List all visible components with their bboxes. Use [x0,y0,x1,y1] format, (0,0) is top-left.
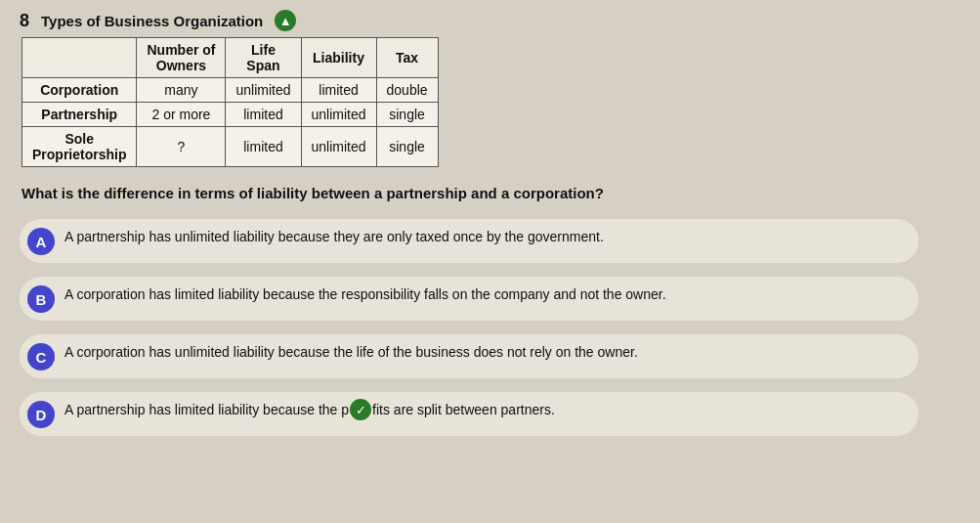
col-header-lifespan: LifeSpan [226,38,301,78]
row-owners-partnership: 2 or more [137,103,226,127]
answer-option-d[interactable]: D A partnership has limited liability be… [20,392,918,436]
option-text-c: A corporation has unlimited liability be… [64,342,638,363]
header-row: 8 Types of Business Organization ▲ [20,10,960,31]
col-header-owners: Number ofOwners [137,38,226,78]
question-text: What is the difference in terms of liabi… [21,185,960,201]
row-lifespan-sole: limited [226,127,301,167]
option-text-a: A partnership has unlimited liability be… [64,227,604,247]
answer-option-a[interactable]: A A partnership has unlimited liability … [20,219,918,263]
up-arrow-icon: ▲ [275,10,296,31]
page-container: 8 Types of Business Organization ▲ Numbe… [0,0,980,459]
table-row: Partnership 2 or more limited unlimited … [22,103,439,127]
checkmark-icon: ✓ [350,399,371,420]
badge-a: A [27,228,55,255]
row-lifespan-partnership: limited [226,103,301,127]
row-tax-partnership: single [376,103,438,127]
option-text-b: A corporation has limited liability beca… [64,284,666,305]
badge-b: B [27,285,55,313]
answer-option-b[interactable]: B A corporation has limited liability be… [20,277,918,321]
row-lifespan-corporation: unlimited [226,78,301,103]
answer-option-c[interactable]: C A corporation has unlimited liability … [20,334,918,378]
row-type-sole: SoleProprietorship [22,127,137,167]
row-liability-partnership: unlimited [301,103,376,127]
question-number: 8 [20,11,29,31]
col-header-tax: Tax [376,38,438,78]
org-table: Number ofOwners LifeSpan Liability Tax C… [21,37,439,167]
row-tax-corporation: double [376,78,438,103]
row-owners-sole: ? [137,127,226,167]
row-liability-sole: unlimited [301,127,376,167]
badge-c: C [27,343,55,370]
table-row: Corporation many unlimited limited doubl… [22,78,439,103]
page-title: Types of Business Organization [41,13,263,29]
col-header-liability: Liability [301,38,376,78]
option-text-d: A partnership has limited liability beca… [64,400,555,421]
row-type-corporation: Corporation [22,78,137,103]
row-type-partnership: Partnership [22,103,137,127]
col-header-type [22,38,137,78]
row-liability-corporation: limited [301,78,376,103]
table-row: SoleProprietorship ? limited unlimited s… [22,127,439,167]
badge-d: D [27,401,55,428]
row-owners-corporation: many [137,78,226,103]
row-tax-sole: single [376,127,438,167]
